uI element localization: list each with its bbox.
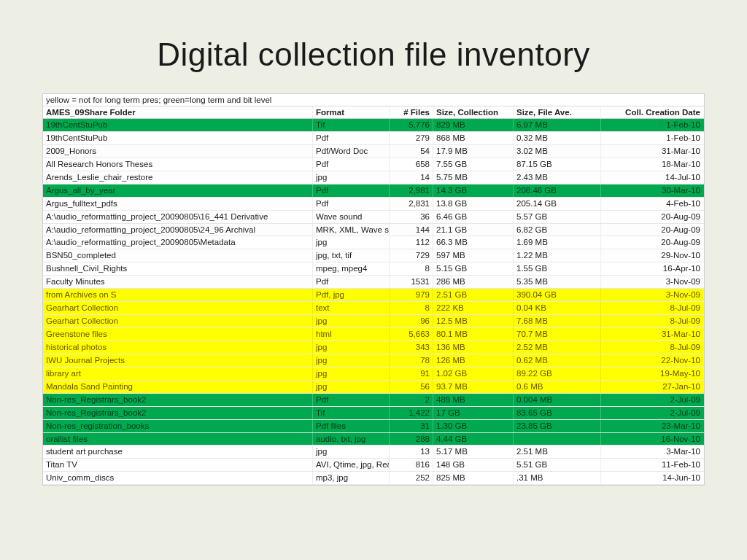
table-row: Argus_fulltext_pdfsPdf2,83113.8 GB205.14… [43,198,704,211]
col-size-ave: Size, File Ave. [514,106,601,118]
cell-files: 144 [390,224,433,236]
cell-date: 3-Mar-10 [601,446,703,458]
cell-format: Tif [313,119,390,131]
table-row: Argus_all_by_yearPdf2,98114.3 GB208.46 G… [43,184,704,198]
cell-files: 2,831 [390,198,433,210]
cell-size-collection: 14.3 GB [433,184,514,197]
cell-files: 979 [390,289,433,301]
cell-format: Pdf [313,394,390,406]
cell-files: 96 [390,315,433,327]
cell-date: 14-Jun-10 [601,472,703,484]
cell-size-collection: 489 MB [433,394,514,406]
col-date: Coll. Creation Date [601,106,703,118]
cell-folder: historical photos [43,341,313,354]
cell-folder: Non-res_Registrars_book2 [43,407,313,419]
cell-format: audio, txt, jpg [313,433,390,446]
cell-size-ave: 0.04 KB [514,302,601,314]
cell-size-collection: 5.17 MB [433,446,514,458]
spreadsheet: yellow = not for long term pres; green=l… [42,93,705,486]
cell-date: 3-Nov-09 [601,289,703,301]
cell-format: Tif [313,407,390,419]
col-folder: AMES_09Share Folder [43,106,313,118]
cell-files: 1,422 [390,407,433,419]
cell-size-ave: 3.02 MB [514,145,601,158]
cell-date: 27-Jan-10 [601,381,703,393]
cell-size-collection: 868 MB [433,132,514,144]
cell-date: 30-Mar-10 [601,184,703,197]
cell-size-collection: 136 MB [433,341,514,354]
table-row: from Archives on SPdf, jpg9792.51 GB390.… [43,289,704,302]
cell-size-collection: 5.75 MB [433,171,514,184]
cell-date: 31-Mar-10 [601,145,703,158]
cell-size-ave: 5.57 GB [514,211,601,223]
cell-files: 343 [390,341,433,354]
cell-size-collection: 1.30 GB [433,420,514,432]
cell-files: 8 [390,302,433,314]
cell-files: 252 [390,472,433,484]
cell-format: mpeg, mpeg4 [313,262,390,275]
cell-format: jpg [313,381,390,393]
cell-files: 14 [390,171,433,184]
cell-files: 36 [390,211,433,223]
cell-size-ave: 390.04 GB [514,289,601,301]
cell-size-collection: 7.55 GB [433,158,514,171]
cell-size-ave: 205.14 GB [514,198,601,210]
cell-format: Pdf/Word Doc [313,145,390,158]
cell-files: 658 [390,158,433,171]
cell-format: Pdf [313,198,390,210]
table-row: orallist filesaudio, txt, jpg2884.44 GB1… [43,433,704,446]
cell-size-collection: 80.1 MB [433,328,514,341]
cell-folder: 19thCentStuPub [43,132,313,144]
cell-size-ave: 2.51 MB [514,446,601,458]
cell-size-collection: 597 MB [433,249,514,262]
cell-size-collection: 825 MB [433,472,514,484]
cell-folder: from Archives on S [43,289,313,301]
cell-files: 2,981 [390,184,433,197]
cell-date: 4-Feb-10 [601,198,703,210]
cell-format: jpg [313,236,390,249]
legend-note: yellow = not for long term pres; green=l… [43,94,704,106]
table-row: Non-res_registration_booksPdf files311.3… [43,420,704,433]
cell-date: 8-Jul-09 [601,341,703,354]
cell-size-ave: 2.52 MB [514,341,601,354]
cell-date: 16-Apr-10 [601,262,703,275]
cell-folder: Bushnell_Civil_Rights [43,262,313,275]
table-body: 19thCentStuPubTif5,776829 MB6.97 MB1-Feb… [43,119,704,485]
table-header-row: AMES_09Share Folder Format # Files Size,… [43,106,704,119]
cell-folder: library art [43,368,313,380]
table-row: Non-res_Registrars_book2Pdf2489 MB0.004 … [43,394,704,407]
cell-format: html [313,328,390,341]
cell-folder: Gearhart Collection [43,302,313,314]
cell-folder: Non-res_Registrars_book2 [43,394,313,406]
cell-size-ave: 0.32 MB [514,132,601,144]
cell-size-ave: 23.85 GB [514,420,601,432]
cell-files: 78 [390,354,433,367]
cell-files: 2 [390,394,433,406]
cell-format: jpg [313,171,390,184]
cell-folder: 19thCentStuPub [43,119,313,131]
cell-date: 2-Jul-09 [601,407,703,419]
cell-files: 112 [390,236,433,249]
cell-files: 1531 [390,276,433,288]
table-row: Greenstone fileshtml5,66380.1 MB70.7 MB3… [43,328,704,341]
cell-size-collection: 126 MB [433,354,514,367]
cell-folder: Greenstone files [43,328,313,341]
cell-size-collection: 5.15 GB [433,262,514,275]
cell-files: 13 [390,446,433,458]
table-row: A:\audio_reformatting_project_20090805\1… [43,211,704,224]
cell-folder: Gearhart Collection [43,315,313,327]
cell-date: 22-Nov-10 [601,354,703,367]
cell-format: Pdf [313,184,390,197]
cell-folder: Titan TV [43,459,313,471]
cell-files: 31 [390,420,433,432]
cell-files: 5,776 [390,119,433,131]
table-row: A:\audio_reformatting_project_20090805\2… [43,224,704,237]
cell-date: 8-Jul-09 [601,302,703,314]
cell-files: 729 [390,249,433,262]
table-row: 19thCentStuPubTif5,776829 MB6.97 MB1-Feb… [43,119,704,132]
table-row: 19thCentStuPubPdf279868 MB0.32 MB1-Feb-1… [43,132,704,145]
cell-format: mp3, jpg [313,472,390,484]
cell-size-collection: 12.5 MB [433,315,514,327]
cell-size-collection: 17.9 MB [433,145,514,158]
cell-format: Pdf [313,132,390,144]
